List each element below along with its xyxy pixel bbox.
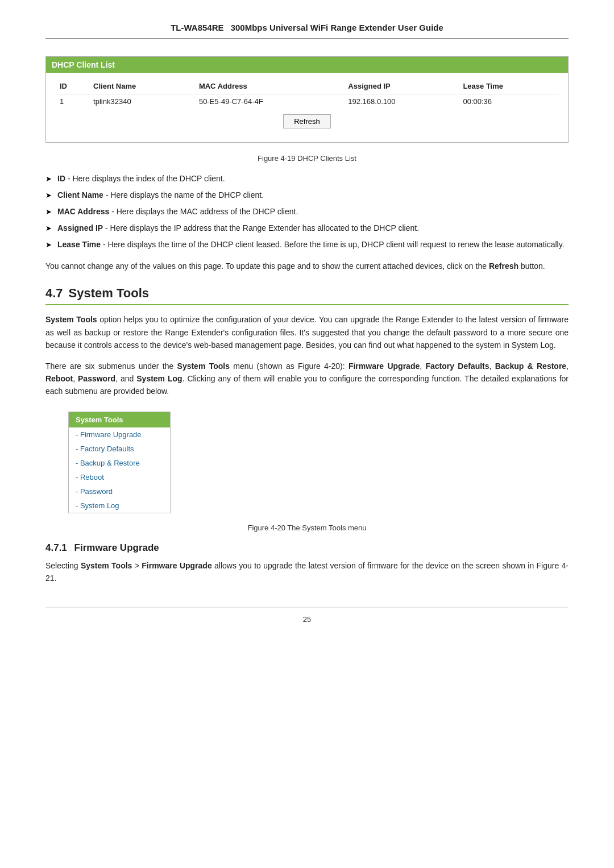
bullet-item: ➤Assigned IP - Here displays the IP addr… (45, 222, 569, 234)
bullet-item: ➤Lease Time - Here displays the time of … (45, 239, 569, 251)
bullet-text: Assigned IP - Here displays the IP addre… (57, 222, 419, 234)
subsection-471-heading: 4.7.1 Firmware Upgrade (45, 542, 569, 554)
bullet-item: ➤MAC Address - Here displays the MAC add… (45, 206, 569, 218)
system-tools-menu-figure: System Tools - Firmware Upgrade- Factory… (45, 406, 569, 518)
submenu-para: There are six submenus under the System … (45, 360, 569, 398)
guide-title: 300Mbps Universal WiFi Range Extender Us… (231, 23, 443, 32)
col-lease: Lease Time (458, 78, 559, 94)
backup-restore-bold: Backup & Restore (495, 362, 566, 371)
dhcp-figure-caption: Figure 4-19 DHCP Clients List (45, 154, 569, 163)
system-tools-bold-intro: System Tools (45, 315, 97, 324)
bullet-item: ➤Client Name - Here displays the name of… (45, 189, 569, 201)
factory-defaults-bold: Factory Defaults (425, 362, 489, 371)
bullet-arrow: ➤ (45, 206, 52, 218)
col-ip: Assigned IP (343, 78, 458, 94)
sys-menu-item[interactable]: - Reboot (69, 470, 170, 484)
dhcp-table-inner: ID Client Name MAC Address Assigned IP L… (46, 73, 568, 142)
dhcp-cell-lease: 00:00:36 (458, 94, 559, 109)
system-log-bold: System Log (136, 374, 182, 383)
dhcp-cell-mac: 50-E5-49-C7-64-4F (194, 94, 343, 109)
page-header: TL-WA854RE 300Mbps Universal WiFi Range … (45, 23, 569, 39)
dhcp-table: ID Client Name MAC Address Assigned IP L… (55, 78, 559, 109)
dhcp-table-title: DHCP Client List (46, 57, 568, 73)
sys-menu-item[interactable]: - Backup & Restore (69, 456, 170, 470)
subsection-title: Firmware Upgrade (74, 542, 159, 553)
section-title: System Tools (69, 286, 149, 301)
header-title: TL-WA854RE 300Mbps Universal WiFi Range … (171, 23, 443, 32)
bullet-text: Client Name - Here displays the name of … (57, 189, 264, 201)
sys-tools-figure-caption: Figure 4-20 The System Tools menu (45, 524, 569, 532)
sys-menu-item[interactable]: - System Log (69, 499, 170, 513)
page-footer: 25 (45, 608, 569, 624)
bullet-arrow: ➤ (45, 223, 52, 234)
dhcp-table-wrapper: DHCP Client List ID Client Name MAC Addr… (45, 56, 569, 143)
col-mac: MAC Address (194, 78, 343, 94)
system-tools-bold-submenu: System Tools (177, 362, 230, 371)
dhcp-cell-id: 1 (55, 94, 89, 109)
bullet-arrow: ➤ (45, 239, 52, 251)
subsection-number: 4.7.1 (45, 542, 67, 553)
sys-menu-item[interactable]: - Firmware Upgrade (69, 427, 170, 442)
dhcp-cell-ip: 192.168.0.100 (343, 94, 458, 109)
firmware-upgrade-bold: Firmware Upgrade (349, 362, 420, 371)
page-number: 25 (303, 615, 311, 624)
dhcp-table-header-row: ID Client Name MAC Address Assigned IP L… (55, 78, 559, 94)
dhcp-table-row: 1tplink3234050-E5-49-C7-64-4F192.168.0.1… (55, 94, 559, 109)
page-container: TL-WA854RE 300Mbps Universal WiFi Range … (0, 0, 614, 658)
system-tools-bold-471: System Tools (81, 561, 132, 570)
section-intro-para: System Tools option helps you to optimiz… (45, 313, 569, 351)
note-paragraph: You cannot change any of the values on t… (45, 260, 569, 272)
section-number: 4.7 (45, 286, 63, 301)
dhcp-bullet-list: ➤ID - Here displays the index of the DHC… (45, 173, 569, 251)
bullet-item: ➤ID - Here displays the index of the DHC… (45, 173, 569, 185)
system-tools-menu: System Tools - Firmware Upgrade- Factory… (68, 412, 171, 513)
sys-menu-item[interactable]: - Password (69, 484, 170, 499)
col-client-name: Client Name (89, 78, 194, 94)
refresh-row: Refresh (55, 109, 559, 136)
reboot-bold: Reboot (45, 374, 73, 383)
col-id: ID (55, 78, 89, 94)
password-bold: Password (78, 374, 115, 383)
model-name: TL-WA854RE (171, 23, 223, 32)
bullet-text: MAC Address - Here displays the MAC addr… (57, 206, 298, 218)
bullet-arrow: ➤ (45, 190, 52, 201)
refresh-bold: Refresh (489, 261, 518, 271)
sys-menu-title: System Tools (69, 412, 170, 427)
sys-menu-item[interactable]: - Factory Defaults (69, 442, 170, 456)
bullet-text: Lease Time - Here displays the time of t… (57, 239, 565, 251)
bullet-arrow: ➤ (45, 173, 52, 185)
section-47-heading: 4.7 System Tools (45, 286, 569, 305)
bullet-text: ID - Here displays the index of the DHCP… (57, 173, 225, 185)
dhcp-cell-client_name: tplink32340 (89, 94, 194, 109)
refresh-button[interactable]: Refresh (283, 114, 331, 128)
firmware-upgrade-bold-471: Firmware Upgrade (142, 561, 211, 570)
subsection-471-para: Selecting System Tools > Firmware Upgrad… (45, 559, 569, 585)
